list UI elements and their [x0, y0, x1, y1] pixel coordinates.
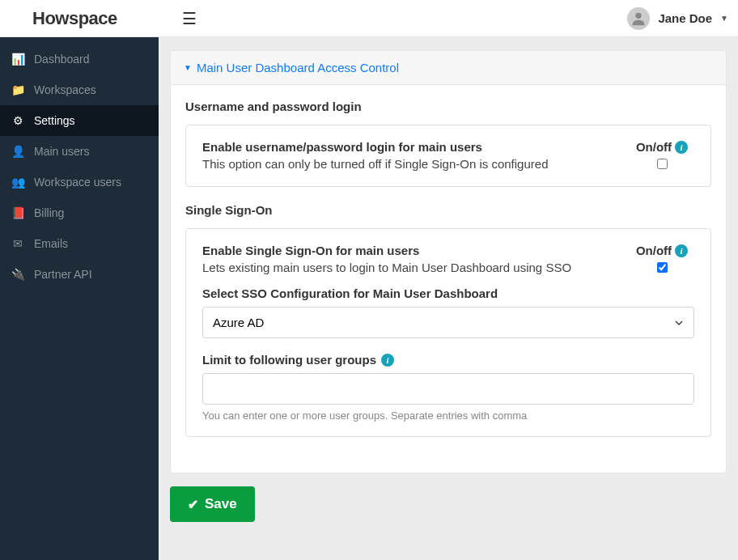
sidebar-item-main-users[interactable]: 👤 Main users	[0, 136, 159, 167]
sidebar: 📊 Dashboard 📁 Workspaces ⚙ Settings 👤 Ma…	[0, 37, 159, 560]
sidebar-item-label: Emails	[34, 237, 68, 250]
sidebar-item-settings[interactable]: ⚙ Settings	[0, 105, 159, 136]
user-icon: 👤	[11, 145, 24, 158]
panel-body: Username and password login Enable usern…	[170, 84, 727, 473]
sidebar-item-label: Settings	[34, 114, 75, 127]
sidebar-item-label: Partner API	[34, 268, 92, 281]
sidebar-item-label: Billing	[34, 206, 64, 219]
username-login-desc: This option can only be turned off if Si…	[202, 157, 630, 171]
main-content: ▼ Main User Dashboard Access Control Use…	[159, 37, 738, 560]
sidebar-item-billing[interactable]: 📕 Billing	[0, 197, 159, 228]
sso-enable-checkbox[interactable]	[657, 262, 668, 273]
book-icon: 📕	[11, 206, 24, 219]
sidebar-item-label: Dashboard	[34, 53, 90, 66]
limit-groups-label: Limit to following user groups i	[202, 353, 694, 367]
onoff-label: On/off i	[636, 140, 688, 154]
section-heading-sso: Single Sign-On	[185, 203, 711, 217]
sso-config-select[interactable]: Azure AD	[202, 307, 694, 338]
avatar	[627, 7, 650, 30]
logo: Howspace	[10, 8, 117, 29]
topbar-left: Howspace ☰	[10, 8, 197, 29]
sso-config-label: Select SSO Configuration for Main User D…	[202, 286, 694, 300]
collapse-icon: ▼	[184, 63, 192, 72]
limit-groups-input[interactable]	[202, 373, 694, 405]
info-icon[interactable]: i	[675, 244, 688, 257]
sso-box: Enable Single Sign-On for main users Let…	[185, 228, 711, 437]
sidebar-item-label: Workspace users	[34, 176, 121, 189]
svg-point-0	[636, 12, 642, 18]
topbar: Howspace ☰ Jane Doe ▼	[0, 0, 738, 37]
dashboard-icon: 📊	[11, 53, 24, 66]
panel-title-link[interactable]: Main User Dashboard Access Control	[197, 61, 399, 74]
sidebar-item-workspace-users[interactable]: 👥 Workspace users	[0, 167, 159, 197]
sso-enable-desc: Lets existing main users to login to Mai…	[202, 261, 630, 274]
hamburger-icon[interactable]: ☰	[182, 9, 197, 28]
users-icon: 👥	[11, 176, 24, 189]
username-login-box: Enable username/password login for main …	[185, 125, 711, 187]
info-icon[interactable]: i	[675, 141, 688, 154]
user-menu[interactable]: Jane Doe ▼	[627, 7, 728, 30]
caret-down-icon: ▼	[720, 14, 728, 23]
envelope-icon: ✉	[11, 237, 24, 250]
panel-header[interactable]: ▼ Main User Dashboard Access Control	[170, 50, 727, 84]
username-login-title: Enable username/password login for main …	[202, 140, 630, 154]
sidebar-item-label: Main users	[34, 145, 89, 158]
sidebar-item-dashboard[interactable]: 📊 Dashboard	[0, 44, 159, 74]
sidebar-item-partner-api[interactable]: 🔌 Partner API	[0, 259, 159, 290]
limit-groups-hint: You can enter one or more user groups. S…	[202, 409, 694, 422]
sidebar-item-emails[interactable]: ✉ Emails	[0, 228, 159, 259]
info-icon[interactable]: i	[381, 354, 394, 367]
sidebar-item-label: Workspaces	[34, 83, 96, 96]
plug-icon: 🔌	[11, 268, 24, 281]
sso-enable-title: Enable Single Sign-On for main users	[202, 244, 630, 257]
onoff-label: On/off i	[636, 244, 688, 257]
folder-icon: 📁	[11, 83, 24, 96]
username-login-checkbox[interactable]	[657, 159, 668, 169]
check-icon: ✔	[188, 497, 198, 512]
sidebar-item-workspaces[interactable]: 📁 Workspaces	[0, 74, 159, 105]
section-heading-username: Username and password login	[185, 100, 711, 113]
username: Jane Doe	[658, 11, 712, 25]
save-button[interactable]: ✔ Save	[170, 486, 255, 522]
gear-icon: ⚙	[11, 114, 24, 127]
